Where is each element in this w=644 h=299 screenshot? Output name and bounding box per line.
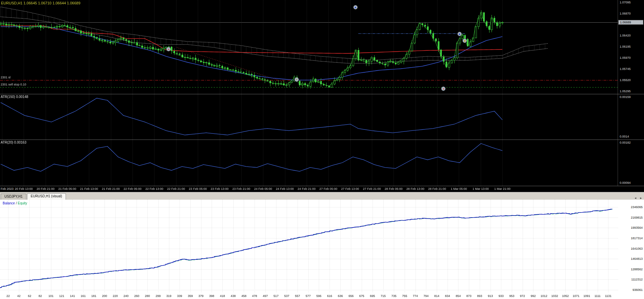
balance-scale-label: 2346065 (631, 205, 643, 209)
trade-number-label: 299 (156, 294, 161, 298)
trade-marker[interactable]: ◆ (353, 5, 358, 9)
time-axis-label: 28 Feb 05:00 (385, 187, 403, 191)
trade-marker-glyph: ● (443, 88, 444, 90)
trade-marker[interactable]: ◆ (457, 32, 462, 36)
trade-number-label: 478 (252, 294, 257, 298)
time-axis-label: 23 Feb 13:00 (211, 187, 229, 191)
balance-scale-label: 936061 (633, 288, 643, 292)
strategy-tester-chart-window: EURUSD,H1 1.06645 1.06710 1.06644 1.0668… (0, 0, 644, 299)
trade-number-label: 141 (70, 294, 75, 298)
price-scale-label: 1.05295 (620, 90, 631, 93)
trade-number-label: 972 (520, 294, 525, 298)
trade-marker[interactable]: ▼ (294, 77, 299, 82)
trade-number-label: 1091 (583, 294, 590, 298)
trade-number-label: 537 (284, 294, 289, 298)
trade-number-label: 636 (338, 294, 343, 298)
atr20-scale-min: 0.00094 (620, 181, 631, 184)
time-axis-label: 22 Feb 05:00 (124, 187, 142, 191)
trade-number-label: 200 (102, 294, 107, 298)
time-axis-label: 23 Feb 05:00 (189, 187, 207, 191)
current-price-tag: 1.06689 (618, 20, 643, 25)
trade-marker-glyph: ◆ (458, 33, 460, 35)
time-axis-label: 22 Feb 21:00 (167, 187, 185, 191)
trade-number-label: 101 (48, 294, 53, 298)
trade-marker[interactable]: ◆ (462, 39, 467, 43)
tab-strip: USDJPY,H1EURUSD,H1 (visual) (0, 192, 66, 200)
panel-divider[interactable] (0, 140, 644, 140)
trade-number-label: 1012 (541, 294, 547, 298)
tabs-scroll-right-icon[interactable]: ► (640, 197, 642, 200)
trade-number-label: 497 (263, 294, 268, 298)
panel-divider[interactable] (0, 186, 644, 186)
balance-scale-label: 1112312 (631, 278, 643, 281)
time-axis-label: 24 Feb 05:00 (254, 187, 272, 191)
balance-graph-panel: Balance / Equity 23460652169815199356418… (0, 200, 644, 299)
trade-number-label: 616 (327, 294, 332, 298)
time-axis-label: 21 Feb 05:00 (58, 187, 76, 191)
time-axis[interactable]: Feb 202320 Feb 13:0020 Feb 21:0021 Feb 0… (0, 186, 644, 192)
atr20-indicator-panel: ATR(20) 0.00163 (0, 140, 618, 186)
trade-marker-glyph: ◆ (464, 40, 466, 42)
trade-number-label: 834 (445, 294, 450, 298)
trade-number-label: 438 (231, 294, 236, 298)
trade-number-label: 1131 (605, 294, 612, 298)
trade-marker-glyph: ◆ (355, 6, 356, 8)
atr20-canvas[interactable] (0, 140, 618, 186)
chart-tab-bar: USDJPY,H1EURUSD,H1 (visual) ◄ ► (0, 192, 644, 200)
trade-number-label: 596 (316, 294, 321, 298)
time-axis-label: 21 Feb 13:00 (80, 187, 98, 191)
price-scale-label: 1.05970 (620, 56, 631, 59)
trade-number-label: 458 (241, 294, 246, 298)
atr150-canvas[interactable] (0, 94, 618, 140)
trade-number-label: 1071 (573, 294, 579, 298)
trade-marker[interactable]: ● (166, 47, 171, 51)
trade-number-label: 557 (295, 294, 300, 298)
trade-number-label: 517 (273, 294, 279, 298)
trade-number-label: 42 (17, 294, 21, 298)
chart-tab-eurusd-h1-visual-[interactable]: EURUSD,H1 (visual) (27, 193, 66, 200)
atr150-label: ATR(150) 0.00148 (1, 95, 28, 99)
trade-number-label: 398 (209, 294, 214, 298)
trade-number-label: 695 (370, 294, 375, 298)
time-axis-label: 1 Mar 05:00 (451, 187, 467, 191)
price-scale-label: 1.05520 (620, 78, 631, 82)
trade-number-label: 121 (59, 294, 64, 298)
trade-number-label: 260 (134, 294, 139, 298)
tabs-scroll-left-icon[interactable]: ◄ (634, 197, 637, 200)
trade-number-label: 992 (531, 294, 536, 298)
trade-markers-layer: ◆●▼●◆◆ (0, 0, 618, 94)
trade-number-label: 873 (467, 294, 472, 298)
price-scale-label: 1.05745 (620, 67, 631, 71)
trade-number-label: 735 (391, 294, 397, 298)
trade-number-label: 319 (166, 294, 171, 298)
trade-number-label: 181 (91, 294, 96, 298)
trade-number-label: 62 (28, 294, 31, 298)
trade-number-label: 161 (80, 294, 86, 298)
balance-scale-label: 1993564 (631, 226, 643, 229)
trade-number-label: 814 (434, 294, 439, 298)
time-axis-label: 1 Mar 13:00 (473, 187, 489, 191)
time-axis-label: 27 Feb 05:00 (319, 187, 337, 191)
trade-marker[interactable]: ● (441, 86, 446, 91)
legend-balance: Balance (3, 201, 15, 205)
trade-number-label: 82 (39, 294, 42, 298)
legend-equity: Equity (18, 201, 27, 205)
trade-number-label: 240 (123, 294, 128, 298)
chart-tab-usdjpy-h1[interactable]: USDJPY,H1 (1, 194, 26, 200)
price-chart-panel: EURUSD,H1 1.06645 1.06710 1.06644 1.0668… (0, 0, 618, 94)
trade-number-label: 675 (359, 294, 364, 298)
atr150-indicator-panel: ATR(150) 0.00148 (0, 94, 618, 140)
price-scale-label: 1.06195 (620, 45, 631, 48)
time-axis-label: 28 Feb 13:00 (406, 187, 424, 191)
tab-scroll-controls: ◄ ► (633, 194, 642, 200)
atr20-label: ATR(20) 0.00163 (1, 141, 26, 144)
price-scale[interactable]: 1.070951.068701.064201.061951.059701.057… (618, 0, 644, 186)
trade-number-label: 794 (424, 294, 429, 298)
balance-graph-canvas[interactable] (0, 200, 619, 299)
trade-number-label: 220 (113, 294, 118, 298)
trade-marker-glyph: ▼ (295, 78, 298, 81)
balance-scale-label: 1288562 (631, 268, 643, 271)
trade-number-label: 755 (402, 294, 407, 298)
trade-number-label: 280 (145, 294, 150, 298)
panel-divider[interactable] (0, 94, 644, 94)
